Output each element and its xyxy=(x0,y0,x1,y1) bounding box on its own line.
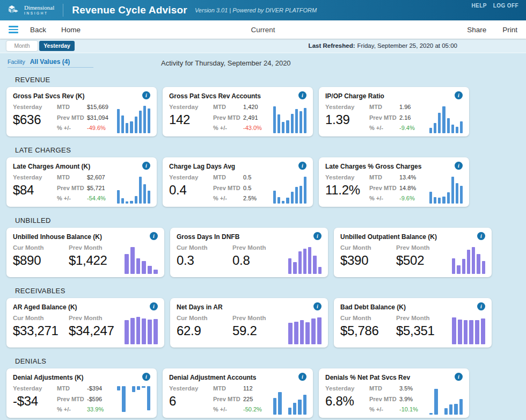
share-button[interactable]: Share xyxy=(467,26,486,34)
bar xyxy=(288,408,291,415)
info-icon[interactable]: i xyxy=(313,302,322,310)
metric-value: $5,786 xyxy=(340,323,396,338)
bar xyxy=(452,317,456,344)
bar xyxy=(303,395,306,415)
home-button[interactable]: Home xyxy=(61,26,81,34)
card-title: Gross Days In DNFB xyxy=(177,232,239,241)
stat-row: % +/--54.4% xyxy=(57,195,117,201)
bar xyxy=(148,108,150,133)
bar xyxy=(469,320,473,344)
bar xyxy=(126,123,128,133)
primary-value: $84 xyxy=(13,183,57,198)
bar xyxy=(148,266,152,274)
metric-value: $502 xyxy=(396,253,452,268)
stat-label: % +/- xyxy=(369,125,399,131)
bar xyxy=(454,404,457,415)
info-icon[interactable]: i xyxy=(298,91,306,99)
metric-period-label: Cur Month xyxy=(13,315,69,321)
app-header: Dimensional INSIGHT Revenue Cycle Adviso… xyxy=(0,0,526,20)
stat-row: % +/--50.2% xyxy=(213,406,273,412)
stat-value: -49.6% xyxy=(87,125,106,131)
info-icon[interactable]: i xyxy=(455,91,463,99)
bar xyxy=(130,247,135,274)
bar xyxy=(142,318,146,344)
bar xyxy=(294,322,298,344)
bar xyxy=(434,123,436,133)
mini-bar-chart xyxy=(273,386,306,415)
help-link[interactable]: HELP xyxy=(471,3,486,9)
dimensional-insight-logo: Dimensional INSIGHT xyxy=(8,5,54,16)
bar xyxy=(286,120,289,133)
card-title: Bad Debt Balance (K) xyxy=(340,302,406,311)
bar xyxy=(456,183,458,204)
bar xyxy=(318,267,322,274)
menu-icon[interactable] xyxy=(9,26,18,33)
bar xyxy=(477,254,480,274)
stat-label: % +/- xyxy=(57,406,87,412)
stat-row: % +/--43.0% xyxy=(213,125,273,131)
info-icon[interactable]: i xyxy=(142,373,150,381)
facility-filter[interactable]: Facility All Values (4) xyxy=(8,58,93,68)
logoff-link[interactable]: LOG OFF xyxy=(493,3,518,9)
bar xyxy=(482,261,485,274)
bar xyxy=(444,408,448,415)
bar xyxy=(136,258,141,274)
metric-value: 0.3 xyxy=(177,253,232,268)
bar xyxy=(304,108,306,133)
primary-period-label: Yesterday xyxy=(325,385,369,392)
info-icon[interactable]: i xyxy=(313,232,322,240)
stat-value: -10.1% xyxy=(399,406,418,412)
card-title: Unbilled Inhouse Balance (K) xyxy=(13,232,102,241)
bar xyxy=(317,317,322,344)
print-button[interactable]: Print xyxy=(502,26,517,34)
stats-column: MTD$15,669Prev MTD$31,094% +/--49.6% xyxy=(57,102,117,133)
kpi-card: Denial Adjustments (K)iYesterday-$34MTD-… xyxy=(6,368,157,418)
stat-value: 1.96 xyxy=(399,104,411,110)
month-metric: Cur Month$890 xyxy=(13,243,69,274)
card-title: Late Charges % Gross Charges xyxy=(325,162,421,170)
stat-row: Prev MTD$5,721 xyxy=(57,185,117,191)
card-grid: AR Aged Balance (K)iCur Month$33,271Prev… xyxy=(6,298,445,347)
info-icon[interactable]: i xyxy=(298,373,306,381)
stat-row: % +/--49.6% xyxy=(57,125,117,131)
info-icon[interactable]: i xyxy=(477,302,485,310)
bar xyxy=(117,386,120,390)
back-button[interactable]: Back xyxy=(30,26,46,34)
metric-value: $34,247 xyxy=(69,323,125,338)
stat-label: MTD xyxy=(213,385,243,392)
activity-date: Activity for Thursday, September 24, 202… xyxy=(161,59,291,67)
info-icon[interactable]: i xyxy=(298,162,306,170)
stat-label: % +/- xyxy=(57,195,87,201)
stat-value: -9.6% xyxy=(399,195,415,201)
month-metric: Prev Month$1,422 xyxy=(69,243,125,274)
primary-metric: Yesterday1.39 xyxy=(325,102,369,133)
metric-value: 59.2 xyxy=(232,323,288,338)
bar xyxy=(452,258,455,274)
yesterday-toggle[interactable]: Yesterday xyxy=(39,41,75,51)
stat-value: $2,607 xyxy=(87,174,105,180)
month-toggle[interactable]: Month xyxy=(6,41,38,51)
stat-label: Prev MTD xyxy=(57,114,87,121)
mini-bar-chart xyxy=(125,245,158,274)
card-title: Denials % Net Pat Svcs Rev xyxy=(325,373,410,381)
info-icon[interactable]: i xyxy=(142,91,150,99)
info-icon[interactable]: i xyxy=(477,232,485,240)
info-icon[interactable]: i xyxy=(455,373,463,381)
bar xyxy=(277,197,280,204)
bar xyxy=(143,184,146,204)
section-title: UNBILLED xyxy=(6,213,445,228)
info-icon[interactable]: i xyxy=(455,162,463,170)
bar xyxy=(299,111,302,133)
stat-value: 0.5 xyxy=(243,174,251,180)
kpi-card: AR Aged Balance (K)iCur Month$33,271Prev… xyxy=(6,298,164,347)
stat-label: % +/- xyxy=(213,125,243,131)
info-icon[interactable]: i xyxy=(150,302,158,310)
bar xyxy=(130,121,133,133)
info-icon[interactable]: i xyxy=(142,162,150,170)
card-title: Charge Lag Days Avg xyxy=(169,162,235,170)
facility-label: Facility xyxy=(8,59,25,65)
logo-text-line2: INSIGHT xyxy=(24,12,54,16)
info-icon[interactable]: i xyxy=(150,232,158,240)
stat-label: % +/- xyxy=(369,406,399,412)
stat-value: -50.2% xyxy=(243,406,262,412)
